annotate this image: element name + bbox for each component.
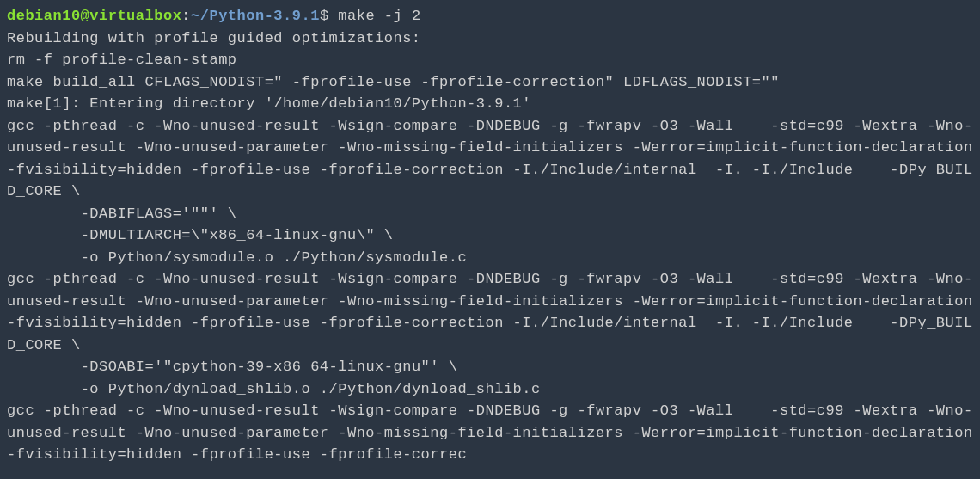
output-line: -DSOABI='"cpython-39-x86_64-linux-gnu"' … (7, 359, 457, 375)
output-line: gcc -pthread -c -Wno-unused-result -Wsig… (7, 118, 980, 200)
command-input: make -j 2 (338, 8, 420, 24)
output-line: -o Python/dynload_shlib.o ./Python/dynlo… (7, 381, 541, 397)
output-line: gcc -pthread -c -Wno-unused-result -Wsig… (7, 402, 980, 463)
output-line: -DMULTIARCH=\"x86_64-linux-gnu\" \ (7, 227, 393, 243)
prompt-dollar: $ (320, 8, 338, 24)
output-line: rm -f profile-clean-stamp (7, 52, 237, 68)
prompt-colon: : (181, 8, 191, 24)
output-line: gcc -pthread -c -Wno-unused-result -Wsig… (7, 271, 980, 353)
prompt-tilde: ~ (191, 8, 200, 24)
output-line: make[1]: Entering directory '/home/debia… (7, 95, 531, 112)
prompt-line: debian10@virtualbox:~/Python-3.9.1$ make… (7, 8, 421, 24)
prompt-path: /Python-3.9.1 (200, 8, 320, 24)
output-line: make build_all CFLAGS_NODIST=" -fprofile… (7, 74, 780, 90)
output-line: -o Python/sysmodule.o ./Python/sysmodule… (7, 249, 467, 266)
prompt-user-host: debian10@virtualbox (7, 8, 181, 24)
output-line: Rebuilding with profile guided optimizat… (7, 30, 421, 46)
terminal-window[interactable]: debian10@virtualbox:~/Python-3.9.1$ make… (7, 5, 973, 466)
output-line: -DABIFLAGS='""' \ (7, 206, 237, 222)
